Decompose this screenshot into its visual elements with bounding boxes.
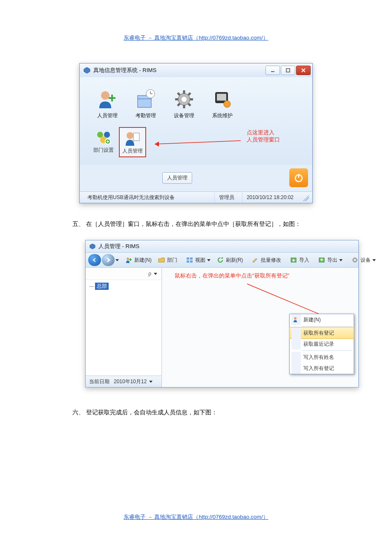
svg-line-20 [188, 104, 190, 106]
annotation-text: 点这里进入 人员管理窗口 [247, 129, 280, 143]
svg-line-34 [155, 141, 241, 144]
ctx-write-all-reg[interactable]: 写入所有登记 [290, 363, 354, 374]
svg-line-22 [178, 104, 180, 106]
import-label: 导入 [299, 257, 309, 264]
context-menu: 新建(N) 获取所有登记 获取最近记录 写入所有姓名 [289, 314, 354, 374]
subitem-label: 部门设置 [93, 147, 114, 154]
blank-icon [291, 338, 301, 350]
svg-marker-0 [84, 67, 90, 73]
sub-toolbar: 部门设置 人员管理 点这里进入 人员管理窗口 [80, 124, 312, 165]
header-link[interactable]: 东睿电子 － 真地淘宝直销店（http://0769zd.taobao.com/… [124, 35, 268, 41]
refresh-button[interactable]: 刷新(R) [214, 255, 246, 265]
svg-point-32 [127, 132, 133, 139]
export-button[interactable]: 导出 [315, 255, 345, 265]
nav-back-button[interactable] [88, 254, 101, 266]
main-toolbar: 人员管理 考勤管理 设备管理 系统维护 [80, 77, 312, 124]
ctx-write-names[interactable]: 写入所有姓名 [290, 352, 354, 363]
subitem-department[interactable]: 部门设置 [90, 127, 117, 157]
gear-icon [351, 256, 359, 264]
svg-line-19 [178, 93, 180, 95]
ctx-label: 写入所有登记 [303, 365, 334, 372]
blank-icon [291, 363, 301, 374]
screenshot-rims-main: 真地信息管理系统 - RIMS 人员管理 考勤管理 [79, 63, 313, 203]
nav-forward-button[interactable] [102, 254, 115, 266]
page-footer: 东睿电子 － 真地淘宝直销店（http://0769zd.taobao.com/… [0, 513, 392, 521]
search-bar[interactable]: ρ [86, 268, 161, 280]
dept-button[interactable]: 部门 [155, 255, 180, 265]
status-datetime: 2010/10/12 18:20:02 [242, 192, 298, 203]
search-icon: ρ [148, 271, 151, 277]
export-label: 导出 [327, 257, 337, 264]
svg-rect-33 [133, 133, 139, 141]
toolbar-attendance[interactable]: 考勤管理 [128, 87, 163, 121]
search-dropdown-icon [154, 273, 157, 275]
gear-icon [173, 88, 195, 110]
date-picker[interactable]: 2010年10月12 [114, 378, 153, 385]
batch-edit-button[interactable]: 批量修改 [249, 255, 284, 265]
toolbar-system[interactable]: 系统维护 [205, 87, 240, 121]
export-icon [318, 256, 326, 264]
close-button[interactable] [296, 66, 311, 75]
maximize-button[interactable] [281, 66, 295, 75]
toolbar-label: 人员管理 [97, 112, 118, 119]
svg-rect-43 [190, 257, 193, 260]
view-button[interactable]: 视图 [183, 255, 213, 265]
resize-grip[interactable] [301, 194, 309, 201]
svg-point-50 [354, 259, 356, 261]
subitem-personnel[interactable]: 人员管理 [119, 127, 146, 157]
new-button[interactable]: 新建(N) [122, 255, 154, 265]
window-title: 人员管理 - RIMS [98, 243, 139, 250]
minimize-button[interactable] [265, 66, 280, 75]
toolbar-personnel[interactable]: 人员管理 [90, 87, 125, 121]
device-label: 设备 [360, 257, 371, 264]
status-message: 考勤机使用USB通讯时无法搜索到设备 [83, 192, 211, 203]
status-user: 管理员 [214, 192, 239, 203]
ctx-new[interactable]: 新建(N) [290, 314, 354, 325]
person-card-icon [124, 130, 141, 147]
svg-line-21 [188, 93, 190, 95]
annotation-arrow [151, 132, 245, 158]
content-area[interactable]: 鼠标右击，在弹出的菜单中点击"获取所有登记" 新建(N) 获取所有登记 [162, 268, 358, 387]
import-button[interactable]: 导入 [287, 255, 312, 265]
svg-point-53 [294, 317, 297, 320]
page-header: 东睿电子 － 真地淘宝直销店（http://0769zd.taobao.com/… [0, 34, 392, 42]
svg-point-5 [101, 91, 110, 100]
import-icon [290, 256, 297, 264]
subitem-label: 人员管理 [122, 147, 143, 155]
person-add-icon [291, 314, 301, 325]
svg-rect-44 [187, 260, 189, 263]
footer-link[interactable]: 东睿电子 － 真地淘宝直销店（http://0769zd.taobao.com/… [124, 514, 268, 520]
svg-rect-45 [190, 260, 193, 263]
toolbar-device[interactable]: 设备管理 [167, 87, 202, 121]
nav-history-dropdown[interactable] [115, 259, 119, 261]
ctx-get-all-reg[interactable]: 获取所有登记 [289, 327, 354, 339]
tree-root-item[interactable]: — 总部 [89, 283, 161, 290]
device-button[interactable]: 设备 [349, 255, 378, 265]
status-bar: 考勤机使用USB通讯时无法搜索到设备 管理员 2010/10/12 18:20:… [80, 191, 312, 203]
device-dropdown-icon [372, 259, 376, 261]
window-title: 真地信息管理系统 - RIMS [93, 66, 265, 74]
title-bar: 人员管理 - RIMS [86, 240, 358, 253]
new-label: 新建(N) [134, 257, 152, 264]
view-dropdown-icon [207, 259, 210, 261]
app-icon [83, 66, 91, 74]
toolbar-label: 考勤管理 [135, 112, 156, 119]
department-tree[interactable]: — 总部 [86, 280, 161, 376]
instruction-5: 五、 在［人员管理］窗口，鼠标右击，在弹出的菜单中点中［获取所有登记］，如图： [72, 220, 337, 228]
sidebar: ρ — 总部 当前日期 2010年10月12 [86, 268, 162, 387]
bottom-bar: 当前日期 2010年10月12 [86, 376, 161, 387]
view-label: 视图 [195, 257, 205, 264]
ctx-label: 写入所有姓名 [303, 354, 334, 361]
folder-icon [158, 256, 165, 264]
power-button[interactable] [289, 168, 308, 187]
svg-marker-35 [155, 142, 159, 147]
date-dropdown-icon [149, 381, 153, 383]
ctx-get-recent[interactable]: 获取最近记录 [290, 338, 354, 350]
current-date-value: 2010年10月12 [114, 378, 147, 385]
title-bar: 真地信息管理系统 - RIMS [80, 64, 312, 77]
svg-marker-46 [221, 257, 223, 259]
svg-point-39 [127, 257, 129, 260]
toolbar-label: 系统维护 [212, 112, 233, 119]
blank-icon [291, 352, 301, 363]
department-icon [95, 129, 112, 146]
